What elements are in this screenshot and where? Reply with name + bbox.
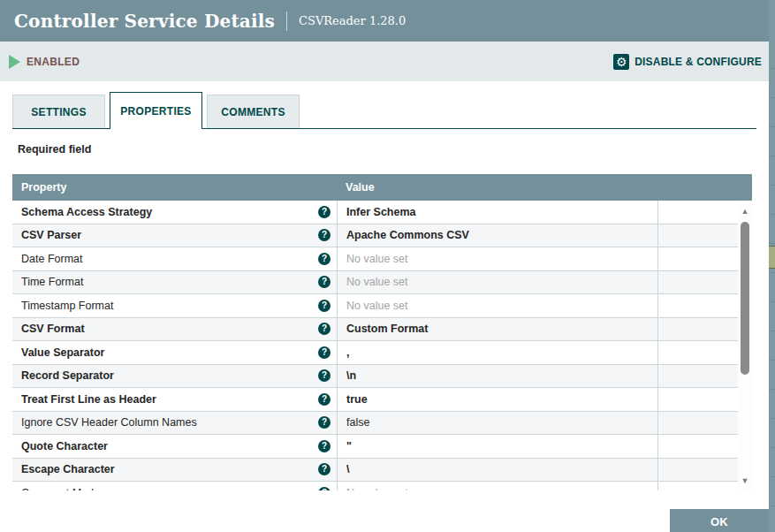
enabled-triangle-icon (9, 55, 20, 69)
table-header-row: Property Value (12, 174, 752, 201)
help-icon[interactable]: ? (318, 229, 331, 241)
help-icon[interactable]: ? (318, 276, 331, 288)
value-cell: Apache Commons CSV (337, 224, 657, 247)
table-row: Value Separator ? , (12, 341, 738, 365)
table-row: Ignore CSV Header Column Names ? false (12, 412, 738, 436)
title-divider (286, 11, 287, 31)
dialog-subtitle: CSVReader 1.28.0 (299, 14, 406, 27)
property-name: Treat First Line as Header (21, 393, 156, 406)
help-icon[interactable]: ? (318, 346, 331, 359)
filler-cell (657, 247, 738, 270)
dialog-content: SETTINGS PROPERTIES COMMENTS Required fi… (0, 81, 769, 490)
value-cell: Infer Schema (337, 201, 657, 224)
filler-cell (657, 365, 738, 388)
filler-cell (657, 482, 738, 490)
value-cell: \ (337, 459, 657, 482)
help-icon[interactable]: ? (318, 393, 331, 406)
filler-cell (657, 271, 738, 294)
property-name: Value Separator (21, 346, 105, 359)
property-value: " (346, 440, 352, 452)
property-name: Schema Access Strategy (21, 206, 152, 218)
help-icon[interactable]: ? (318, 416, 331, 429)
help-icon[interactable]: ? (318, 253, 331, 265)
value-cell: No value set (337, 294, 657, 317)
service-status: ENABLED (9, 55, 80, 69)
property-cell: CSV Parser ? (12, 229, 337, 241)
filler-cell (657, 318, 738, 341)
gear-icon: ⚙ (613, 54, 629, 70)
property-cell: Value Separator ? (12, 346, 337, 359)
column-header-value: Value (337, 174, 752, 201)
property-cell: CSV Format ? (12, 323, 337, 335)
property-cell: Escape Character ? (12, 463, 337, 475)
help-icon[interactable]: ? (318, 440, 331, 452)
help-icon[interactable]: ? (318, 323, 331, 335)
status-label: ENABLED (27, 56, 80, 68)
table-row: Time Format ? No value set (12, 271, 738, 295)
value-cell: true (337, 388, 657, 411)
property-name: CSV Parser (21, 229, 81, 241)
table-row: Record Separator ? \n (12, 365, 738, 389)
value-cell: " (337, 435, 657, 458)
property-value: No value set (346, 276, 407, 288)
disable-configure-button[interactable]: ⚙ DISABLE & CONFIGURE (613, 54, 762, 70)
help-icon[interactable]: ? (318, 463, 331, 475)
table-row: Schema Access Strategy ? Infer Schema (12, 201, 738, 224)
property-value: No value set (346, 300, 407, 312)
disable-configure-label: DISABLE & CONFIGURE (634, 56, 762, 68)
table-row: Escape Character ? \ (12, 459, 738, 483)
property-value: false (346, 416, 369, 429)
status-bar: ENABLED ⚙ DISABLE & CONFIGURE (0, 42, 769, 81)
help-icon[interactable]: ? (318, 487, 331, 490)
column-header-property: Property (12, 174, 337, 201)
tab-properties[interactable]: PROPERTIES (110, 92, 202, 129)
scrollbar-thumb[interactable] (741, 222, 749, 375)
property-value: No value set (346, 487, 407, 490)
scroll-down-icon[interactable]: ▼ (738, 476, 752, 485)
value-cell: Custom Format (337, 318, 657, 341)
tab-comments[interactable]: COMMENTS (207, 95, 300, 128)
table-scrollbar[interactable]: ▲ ▼ (738, 201, 752, 490)
property-name: Comment Marker (21, 487, 107, 490)
property-value: \ (346, 463, 349, 475)
ok-button[interactable]: OK (670, 509, 769, 532)
tab-bar: SETTINGS PROPERTIES COMMENTS (12, 92, 756, 129)
help-icon[interactable]: ? (318, 206, 331, 218)
tab-settings[interactable]: SETTINGS (12, 95, 105, 128)
table-row: Date Format ? No value set (12, 247, 738, 271)
property-cell: Treat First Line as Header ? (12, 393, 337, 406)
filler-cell (657, 294, 738, 317)
table-row: Treat First Line as Header ? true (12, 388, 738, 412)
filler-cell (657, 224, 738, 247)
property-value: Infer Schema (346, 206, 416, 218)
property-value: No value set (346, 253, 407, 265)
filler-cell (657, 388, 738, 411)
property-cell: Comment Marker ? (12, 487, 337, 490)
property-name: Escape Character (21, 463, 115, 475)
property-name: Time Format (21, 276, 83, 288)
filler-cell (657, 341, 738, 364)
property-name: Record Separator (21, 369, 114, 382)
required-field-label: Required field (18, 143, 756, 157)
table-row: CSV Parser ? Apache Commons CSV (12, 224, 738, 248)
value-cell: No value set (337, 271, 657, 294)
property-name: Ignore CSV Header Column Names (21, 416, 197, 429)
property-cell: Record Separator ? (12, 369, 337, 382)
help-icon[interactable]: ? (318, 369, 331, 382)
property-cell: Timestamp Format ? (12, 300, 337, 312)
filler-cell (657, 459, 738, 482)
table-row: Comment Marker ? No value set (12, 482, 738, 490)
table-body: Schema Access Strategy ? Infer Schema CS… (12, 201, 752, 490)
property-name: Quote Character (21, 440, 108, 452)
background-canvas-strip (769, 0, 775, 532)
value-cell: No value set (337, 482, 657, 490)
value-cell: \n (337, 365, 657, 388)
help-icon[interactable]: ? (318, 300, 331, 312)
property-cell: Quote Character ? (12, 440, 337, 452)
property-value: true (346, 393, 368, 406)
property-value: Custom Format (346, 323, 428, 335)
scroll-up-icon[interactable]: ▲ (738, 207, 752, 216)
table-row: CSV Format ? Custom Format (12, 318, 738, 342)
table-row: Quote Character ? " (12, 435, 738, 459)
property-name: Timestamp Format (21, 300, 113, 312)
